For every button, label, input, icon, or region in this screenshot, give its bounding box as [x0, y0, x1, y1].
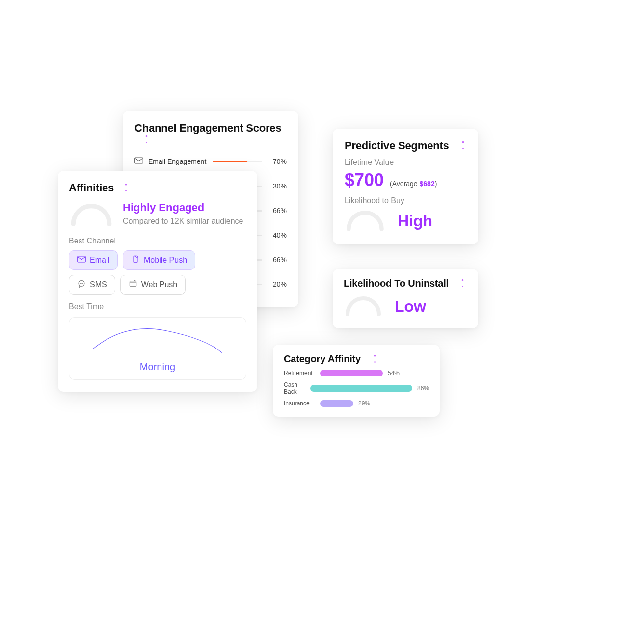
- chip-sms[interactable]: SMS: [69, 275, 115, 295]
- web-push-icon: [129, 280, 137, 290]
- engagement-subtext: Compared to 12K similar audience: [123, 217, 243, 226]
- card-title: Predictive Segments: [345, 139, 449, 152]
- card-title: Likelihood To Uninstall: [344, 278, 449, 289]
- card-header: Predictive Segments: [345, 139, 466, 152]
- category-bar: [320, 400, 353, 407]
- mobile-push-icon: [131, 255, 140, 265]
- category-label: Cash Back: [284, 381, 305, 395]
- row-pct: 66%: [267, 207, 287, 215]
- predictive-segments-card: Predictive Segments Lifetime Value $700 …: [333, 129, 478, 244]
- engagement-gauge-icon: [69, 201, 114, 229]
- row-pct: 70%: [267, 158, 287, 165]
- email-icon: [77, 255, 86, 265]
- card-header: Category Affinity: [284, 353, 429, 365]
- category-bar: [310, 385, 412, 392]
- card-header: Channel Engagement Scores: [134, 122, 287, 145]
- row-pct: 20%: [267, 280, 287, 288]
- card-header: Affinities: [69, 182, 246, 194]
- chip-web-push[interactable]: Web Push: [120, 275, 186, 295]
- chip-label: Web Push: [141, 280, 178, 289]
- category-pct: 29%: [358, 400, 370, 407]
- card-title: Affinities: [69, 182, 114, 194]
- chip-email[interactable]: Email: [69, 250, 118, 270]
- category-pct: 54%: [388, 370, 400, 376]
- card-header: Likelihood To Uninstall: [344, 278, 467, 289]
- engagement-level: Highly Engaged: [123, 201, 243, 214]
- progress-track: [213, 161, 262, 162]
- best-time-value: Morning: [69, 361, 246, 373]
- chip-label: Mobile Push: [144, 256, 187, 265]
- best-time-chart: Morning: [69, 317, 246, 380]
- chip-label: Email: [90, 256, 109, 265]
- category-label: Retirement: [284, 370, 315, 376]
- ltb-gauge-icon: [345, 208, 386, 234]
- sparkle-icon: [118, 183, 129, 193]
- best-channel-label: Best Channel: [69, 237, 246, 245]
- uninstall-level: Low: [395, 297, 426, 316]
- sparkle-icon: [367, 354, 377, 365]
- ltv-label: Lifetime Value: [345, 158, 466, 167]
- uninstall-card: Likelihood To Uninstall Low: [333, 269, 478, 328]
- row-pct: 30%: [267, 182, 287, 190]
- ltb-label: Likelihood to Buy: [345, 196, 466, 205]
- progress-fill: [213, 161, 247, 162]
- row-pct: 66%: [267, 256, 287, 264]
- chip-mobile-push[interactable]: Mobile Push: [123, 250, 195, 270]
- affinities-card: Affinities Highly Engaged Compared to 12…: [58, 171, 257, 392]
- row-pct: 40%: [267, 231, 287, 239]
- row-label: Email Engagement: [148, 158, 206, 165]
- ltb-level: High: [398, 212, 432, 230]
- uninstall-gauge-icon: [344, 294, 383, 319]
- svg-point-9: [112, 335, 119, 342]
- ltv-value: $700: [345, 170, 384, 190]
- card-title: Category Affinity: [284, 353, 361, 365]
- email-icon: [134, 157, 143, 166]
- category-pct: 86%: [417, 385, 429, 392]
- category-label: Insurance: [284, 400, 315, 407]
- ltv-average: (Average $682): [390, 180, 437, 188]
- category-row: Cash Back86%: [284, 381, 429, 395]
- chip-label: SMS: [90, 280, 107, 289]
- sms-icon: [77, 280, 86, 290]
- category-row: Retirement54%: [284, 370, 429, 376]
- sparkle-icon: [138, 134, 149, 145]
- sparkle-icon: [455, 140, 466, 151]
- category-bar: [320, 370, 383, 376]
- best-time-label: Best Time: [69, 302, 246, 311]
- category-row: Insurance29%: [284, 400, 429, 407]
- category-affinity-card: Category Affinity Retirement54%Cash Back…: [273, 345, 440, 417]
- sparkle-icon: [455, 278, 465, 289]
- card-title: Channel Engagement Scores: [134, 122, 281, 134]
